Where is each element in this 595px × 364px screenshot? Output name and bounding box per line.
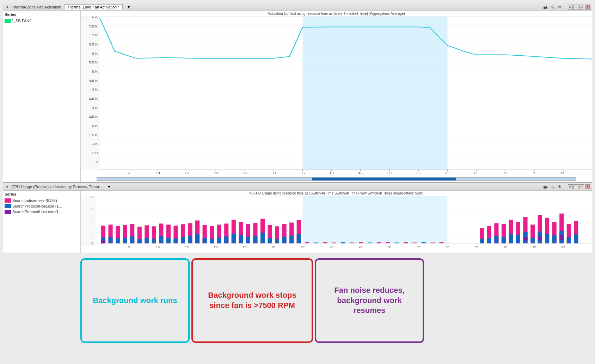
- svg-rect-186: [574, 234, 578, 243]
- main-container: ◄ Thermal Zone Fan Activation Thermal Zo…: [0, 0, 595, 364]
- svg-rect-135: [282, 237, 287, 243]
- bottom-close-button[interactable]: ✕: [585, 184, 590, 189]
- svg-rect-155: [439, 242, 443, 243]
- bottom-tab-arrow[interactable]: ▼: [107, 185, 111, 189]
- bottom-tile-button[interactable]: ⊟: [568, 184, 573, 189]
- svg-rect-133: [275, 239, 279, 243]
- svg-text:4 K: 4 K: [92, 88, 98, 91]
- bottom-window: ◄ CPU Usage (Precise) Utilization by Pro…: [3, 183, 592, 253]
- close-button[interactable]: ✕: [585, 5, 590, 10]
- search-icon[interactable]: 🔍: [550, 4, 555, 10]
- svg-text:25: 25: [243, 246, 247, 249]
- svg-text:60: 60: [446, 246, 449, 249]
- panel-arrow-icon[interactable]: ◄: [5, 5, 9, 9]
- svg-text:5: 5: [128, 171, 130, 175]
- svg-rect-125: [246, 237, 250, 243]
- svg-rect-143: [332, 242, 336, 243]
- bottom-window-title: CPU Usage (Precise) Utilization by Proce…: [12, 185, 102, 189]
- svg-text:40: 40: [330, 171, 334, 175]
- svg-text:6 K: 6 K: [92, 52, 98, 55]
- svg-rect-165: [509, 234, 513, 243]
- svg-text:8 K: 8 K: [92, 17, 98, 19]
- bottom-camera-icon[interactable]: 📷: [542, 184, 548, 190]
- svg-rect-123: [239, 235, 243, 243]
- svg-text:6.5 K: 6.5 K: [89, 43, 98, 46]
- svg-rect-140: [305, 242, 309, 243]
- svg-text:7 K: 7 K: [92, 33, 98, 37]
- bottom-series-label: Series: [5, 192, 79, 196]
- svg-rect-182: [559, 235, 564, 240]
- svg-rect-177: [545, 234, 549, 243]
- top-series-item-0: \_SB.FAN0: [5, 18, 79, 24]
- svg-rect-172: [530, 238, 535, 243]
- annotation-text-cyan: Background work runs: [89, 292, 181, 309]
- bottom-series-color-0: [5, 198, 11, 203]
- camera-icon[interactable]: 📷: [542, 4, 548, 10]
- svg-rect-137: [289, 236, 294, 243]
- annotation-box-purple: Fan noise reduces, background work resum…: [315, 258, 424, 343]
- bottom-series-color-2: [5, 210, 11, 214]
- bottom-panel-arrow-icon[interactable]: ◄: [5, 185, 9, 189]
- svg-text:0: 0: [91, 242, 94, 245]
- svg-text:6: 6: [91, 207, 94, 211]
- svg-text:75: 75: [532, 171, 537, 175]
- top-window-title: Thermal Zone Fan Activation: [12, 5, 61, 9]
- svg-text:0: 0: [96, 160, 98, 164]
- svg-rect-93: [130, 236, 134, 243]
- bottom-maximize-button[interactable]: □: [579, 184, 584, 189]
- svg-rect-113: [203, 238, 207, 243]
- svg-rect-153: [422, 242, 426, 243]
- bottom-search-icon[interactable]: 🔍: [550, 184, 555, 190]
- svg-rect-101: [159, 236, 163, 243]
- top-window-tab[interactable]: Thermal Zone Fan Activation *: [64, 4, 123, 10]
- svg-rect-184: [567, 237, 571, 243]
- top-chart-area: Activation Context using resource time a…: [81, 11, 592, 182]
- top-window: ◄ Thermal Zone Fan Activation Thermal Zo…: [3, 3, 592, 183]
- annotation-box-cyan: Background work runs: [80, 258, 190, 343]
- svg-rect-131: [268, 238, 272, 243]
- svg-text:15: 15: [185, 246, 189, 249]
- top-toolbar-icons: 📷 🔍 ⚙: [542, 4, 562, 10]
- svg-rect-129: [260, 233, 265, 243]
- minimize-button[interactable]: —: [573, 5, 578, 10]
- svg-text:50: 50: [388, 246, 392, 249]
- top-chart-scrollbar[interactable]: [97, 177, 576, 181]
- svg-rect-127: [253, 236, 257, 243]
- bottom-settings-icon[interactable]: ⚙: [557, 184, 562, 190]
- tab-arrow-icon[interactable]: ▼: [127, 5, 131, 9]
- svg-rect-146: [359, 242, 363, 243]
- svg-rect-161: [494, 236, 498, 243]
- svg-rect-103: [166, 238, 171, 243]
- bottom-series-color-1: [5, 204, 11, 208]
- bottom-series-name-0: SearchIndexer.exe (5136): [12, 198, 57, 203]
- top-series-color-0: [5, 19, 11, 23]
- svg-rect-82: [303, 196, 448, 243]
- bottom-chart-svg: 8 6 4 2 0: [81, 196, 592, 250]
- svg-text:35: 35: [301, 246, 305, 249]
- svg-text:3.5 K: 3.5 K: [89, 97, 98, 100]
- svg-rect-97: [145, 238, 149, 243]
- settings-icon[interactable]: ⚙: [557, 4, 562, 10]
- svg-text:5 K: 5 K: [92, 70, 98, 73]
- svg-text:30: 30: [272, 246, 276, 249]
- svg-rect-85: [101, 241, 105, 243]
- top-series-sidebar: Series \_SB.FAN0: [3, 11, 81, 182]
- svg-rect-1: [81, 17, 100, 169]
- svg-rect-141: [314, 242, 318, 243]
- maximize-button[interactable]: □: [579, 5, 584, 10]
- svg-rect-119: [224, 236, 228, 243]
- bottom-minimize-button[interactable]: —: [573, 184, 578, 189]
- svg-text:10: 10: [156, 171, 160, 175]
- svg-text:1 K: 1 K: [92, 142, 98, 146]
- svg-text:80: 80: [561, 171, 566, 175]
- svg-text:25: 25: [243, 171, 247, 175]
- tile-button[interactable]: ⊟: [568, 5, 573, 10]
- svg-text:10: 10: [156, 246, 160, 249]
- svg-rect-105: [173, 239, 178, 243]
- svg-rect-151: [404, 242, 408, 243]
- bottom-series-item-0: SearchIndexer.exe (5136): [5, 198, 79, 203]
- svg-rect-111: [195, 234, 200, 243]
- bottom-chart-area: % CPU Usage using resource time as [Swit…: [81, 191, 592, 253]
- svg-text:20: 20: [214, 246, 218, 249]
- svg-text:40: 40: [330, 246, 333, 249]
